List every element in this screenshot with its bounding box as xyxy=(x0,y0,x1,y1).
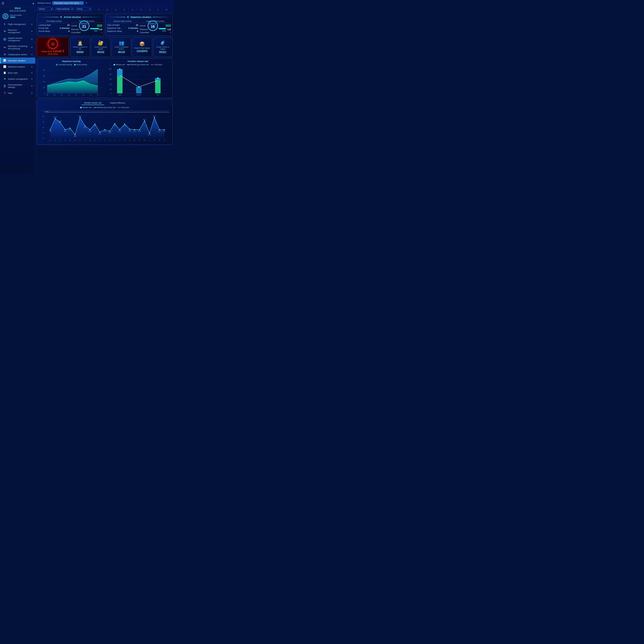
sidebar-item-resource-management[interactable]: ⚙ Resource management ▼ xyxy=(0,27,35,35)
svg-text:76.34: 76.34 xyxy=(98,133,101,134)
nav-label-flight-management: Flight management xyxy=(8,23,26,25)
monthly-goal-value-legend: Goal value xyxy=(118,107,129,108)
nav-arrow-statistical-analysis: ▼ xyxy=(31,66,33,68)
nav-label-support-service: Support service management xyxy=(8,37,29,42)
sidebar-item-help[interactable]: ❓ Help ▼ xyxy=(0,90,35,96)
airlines-select-wrapper: Airlines ▼ xyxy=(37,7,53,11)
account-label: Account number xyxy=(10,14,22,16)
sidebar-item-operation-situation[interactable]: 📊 Operation situation xyxy=(0,57,35,64)
sidebar-item-personalization[interactable]: 👤 Personalization settings ▼ xyxy=(0,82,35,90)
svg-text:17: 17 xyxy=(129,140,131,141)
svg-point-71 xyxy=(109,131,110,132)
landing-value: 12 xyxy=(67,24,70,26)
nav-icon-operation-monitoring: 👁 xyxy=(3,46,6,49)
hamburger-icon[interactable]: ☰ xyxy=(2,2,4,5)
sidebar-item-statistical-analysis[interactable]: 📈 Statistical analysis ▼ xyxy=(0,64,35,70)
svg-text:22: 22 xyxy=(154,140,155,141)
takeoff-value: 12 xyxy=(136,24,138,26)
arrival-rate-label: Arrival rate xyxy=(38,27,49,29)
monthly-goal-release-legend: Monthly-goal release rate xyxy=(94,107,116,108)
collapse-icon[interactable]: ◀ xyxy=(32,2,34,5)
cumulative-legend: Cumulative backlog xyxy=(56,64,72,66)
flight-attributes-select[interactable]: Flight attributes xyxy=(55,7,74,11)
monthly-release-dot xyxy=(80,107,82,108)
timeline-tick-0h: 0h xyxy=(95,7,103,11)
stat-value-cargo-weight: 13142KG xyxy=(137,50,148,53)
airlines-select[interactable]: Airlines xyxy=(37,7,53,11)
svg-text:80: 80 xyxy=(43,69,45,71)
nav-label-personalization: Personalization settings xyxy=(8,84,29,88)
svg-rect-33 xyxy=(117,69,123,76)
landing-label: Landing flight xyxy=(38,24,51,26)
monthly-release-tab[interactable]: Monthly release rate xyxy=(81,101,104,105)
svg-text:11: 11 xyxy=(99,140,101,141)
svg-point-38 xyxy=(138,86,140,88)
stat-icon-cargo-weight: 📦 xyxy=(139,41,145,47)
nav-arrow-help: ▼ xyxy=(31,92,33,94)
acting-select[interactable]: Acting xyxy=(76,7,92,11)
close-icon[interactable]: ✕ xyxy=(80,2,82,4)
svg-point-81 xyxy=(159,129,160,130)
departure-title: Departure situation xyxy=(131,16,151,18)
corridor-chart-title: Corridor release rate xyxy=(105,60,170,62)
departure-plane-icon: ✈ xyxy=(127,15,129,19)
svg-text:78.21: 78.21 xyxy=(118,131,121,132)
nav-arrow-collaboration: ▼ xyxy=(31,54,33,55)
monthly-goal-dash xyxy=(118,107,121,108)
svg-text:100: 100 xyxy=(109,68,111,70)
sidebar-item-support-service[interactable]: 🌐 Support service management ▼ xyxy=(0,35,35,43)
svg-text:82.45: 82.45 xyxy=(123,125,126,126)
stat-value-persons-on-duty: 92842 xyxy=(76,51,84,54)
add-tab-icon[interactable]: + xyxy=(86,1,87,5)
svg-text:76: 76 xyxy=(43,132,44,134)
delay-time: 02-29 12:24 xyxy=(42,53,64,55)
svg-text:90.34: 90.34 xyxy=(45,111,48,112)
radar-circle: ◎ xyxy=(48,39,58,49)
sidebar-item-system-management[interactable]: ⚙ System management ▼ xyxy=(0,76,35,82)
svg-text:05: 05 xyxy=(69,140,71,141)
svg-text:11: 11 xyxy=(68,94,70,95)
svg-text:78.21: 78.21 xyxy=(89,131,91,132)
sidebar-item-operation-monitoring[interactable]: 👁 Operation monitoring and querying ▼ xyxy=(0,43,35,51)
svg-text:78.21: 78.21 xyxy=(64,131,66,132)
nav-icon-personalization: 👤 xyxy=(3,85,6,87)
svg-point-60 xyxy=(55,118,56,119)
departure-progress-label: 64% xyxy=(162,30,166,32)
panoramic-tab[interactable]: Panoramic view of the airport ✕ xyxy=(52,1,84,5)
monthly-legend: Release rate Monthly-goal release rate G… xyxy=(38,107,171,108)
nav-label-statistical-analysis: Statistical analysis xyxy=(8,66,25,68)
dep-title-line-left xyxy=(107,17,125,17)
svg-text:85.34: 85.34 xyxy=(143,119,146,120)
nav-icon-system-management: ⚙ xyxy=(3,77,6,80)
sidebar-item-flight-management[interactable]: ✈ Flight management ▼ xyxy=(0,21,35,27)
svg-text:20: 20 xyxy=(144,140,145,141)
svg-point-37 xyxy=(119,68,121,70)
backlog-legend: Cumulative backlog Hourly backlog xyxy=(39,64,104,66)
arrival-data: Arrival flights (sorties) Landing flight… xyxy=(38,20,102,34)
svg-text:24: 24 xyxy=(164,140,165,141)
svg-text:15: 15 xyxy=(119,140,121,141)
svg-point-78 xyxy=(144,120,145,121)
dep-planned-label: Planned xyxy=(140,28,147,31)
stat-cards: 🧑‍💼 Number of persons on duty 92842 🔐 Nu… xyxy=(70,37,173,57)
arrival-queue-circle: Queue-up 21 xyxy=(79,21,89,31)
svg-text:06: 06 xyxy=(74,140,76,141)
sidebar-item-basic-data[interactable]: 📋 Basic data ▼ xyxy=(0,70,35,76)
svg-point-63 xyxy=(70,128,71,129)
planned-label: Planned xyxy=(71,28,79,31)
corridor-legend: Release rate Monthly-goal release rate G… xyxy=(105,64,170,66)
svg-text:92: 92 xyxy=(43,110,44,112)
svg-text:15: 15 xyxy=(97,94,99,95)
svg-text:12: 12 xyxy=(75,94,77,95)
queue-number: 21 xyxy=(82,24,86,29)
svg-point-79 xyxy=(149,133,150,134)
svg-text:21: 21 xyxy=(149,140,150,141)
nav-label-system-management: System management xyxy=(8,78,28,80)
title-line-left xyxy=(38,17,58,17)
nav-arrow-flight-management: ▼ xyxy=(31,23,33,25)
account-info: Account number 10101 xyxy=(10,14,22,18)
support-efficiency-tab[interactable]: Support efficiency xyxy=(107,101,128,105)
nav-label-operation-situation: Operation situation xyxy=(8,59,25,62)
svg-point-68 xyxy=(94,123,95,124)
sidebar-item-collaboration[interactable]: ⚙ Collaboration toolset ▼ xyxy=(0,51,35,57)
